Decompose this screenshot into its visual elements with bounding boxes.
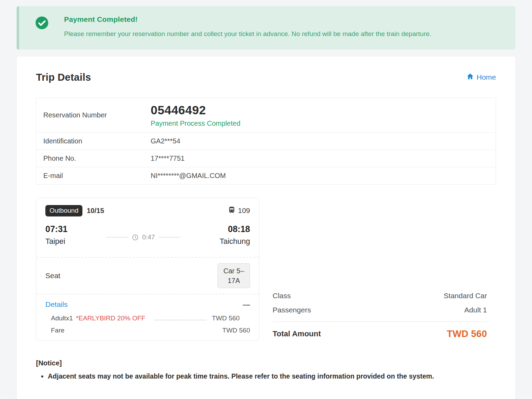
home-icon [467,73,474,82]
divider [273,321,487,322]
departure-time: 07:31 [45,224,68,234]
reservation-number-value: 05446492 [151,103,240,117]
banner-text: Payment Completed! Please remember your … [64,15,431,40]
total-amount-value: TWD 560 [447,328,487,340]
fare-amount: TWD 560 [222,326,250,335]
trip-card-header: Outbound 10/15 109 [36,198,259,216]
seat-row: Seat Car 5– 17A [36,258,259,294]
outbound-trip-card: Outbound 10/15 109 07:31 Taipei [36,198,259,341]
fare-summary: Class Standard Car Passengers Adult 1 To… [273,291,496,341]
phone-label: Phone No. [36,150,151,167]
class-label: Class [273,291,291,301]
home-label: Home [477,73,496,81]
passengers-row: Passengers Adult 1 [273,305,487,315]
total-amount-row: Total Amount TWD 560 [273,328,487,340]
train-number: 109 [238,206,250,215]
payment-success-banner: Payment Completed! Please remember your … [17,6,515,50]
identification-value: GA2***54 [151,133,180,150]
fare-amount: TWD 560 [212,314,240,323]
table-row-email: E-mail NI********@GMAIL.COM [36,167,496,184]
seat-chip[interactable]: Car 5– 17A [218,263,250,288]
table-row-phone: Phone No. 17****7751 [36,150,496,167]
notice-item: Adjacent seats may not be available for … [48,371,463,382]
seat-number: 17A [222,276,245,285]
notice-list: Adjacent seats may not be available for … [48,371,496,382]
seat-label: Seat [45,272,60,280]
trip-duration: 0:47 [142,233,155,241]
reservation-number-cell: 05446492 Payment Process Completed [151,98,240,132]
reservation-number-label: Reservation Number [36,98,151,132]
class-row: Class Standard Car [273,291,487,301]
fare-promo-label: *EARLYBIRD 20% OFF [76,314,145,323]
fare-details: Details — Adultx1 *EARLYBIRD 20% OFF TWD… [36,294,259,340]
passengers-value: Adult 1 [464,305,487,315]
fare-label: Fare [51,326,64,335]
home-link[interactable]: Home [467,73,496,82]
arrival-time: 08:18 [220,224,250,234]
identification-label: Identification [36,133,151,150]
route: 07:31 Taipei 0:47 08:18 [36,216,259,257]
departure: 07:31 Taipei [45,224,68,246]
arrival-station: Taichung [220,237,250,246]
clock-icon [132,234,139,241]
duration-indicator: 0:47 [106,233,180,241]
arrival: 08:18 Taichung [220,224,250,246]
details-header: Details — [45,300,250,309]
route-line-left [106,237,128,238]
notice-section: [Notice] Adjacent seats may not be avail… [36,358,496,382]
phone-value: 17****7751 [151,150,185,167]
table-row-identification: Identification GA2***54 [36,133,496,150]
route-line-right [158,237,180,238]
notice-title: [Notice] [36,358,496,368]
page-title: Trip Details [36,72,91,83]
table-row-reservation-number: Reservation Number 05446492 Payment Proc… [36,98,496,133]
trip-date: 10/15 [87,207,104,215]
card-header: Trip Details Home [36,72,496,83]
trip-details-card: Trip Details Home Reservation Number 054… [17,56,515,399]
trip-direction-date: Outbound 10/15 [45,205,104,216]
payment-status: Payment Process Completed [151,119,240,127]
check-circle-icon [35,16,49,31]
passengers-label: Passengers [273,305,311,315]
fare-row-adult: Adultx1 *EARLYBIRD 20% OFF TWD 560 [45,314,250,323]
fare-passenger-label: Adultx1 [51,314,73,323]
details-link[interactable]: Details [45,300,68,309]
email-label: E-mail [36,167,151,184]
email-value: NI********@GMAIL.COM [151,167,226,184]
total-amount-label: Total Amount [273,328,321,340]
banner-message: Please remember your reservation number … [64,28,431,40]
seat-car: Car 5– [222,266,245,276]
fare-row-total: Fare TWD 560 [45,326,250,335]
collapse-toggle[interactable]: — [243,300,250,309]
class-value: Standard Car [444,291,487,301]
train-info: 109 [228,206,250,215]
train-icon [228,206,236,215]
trip-section: Outbound 10/15 109 07:31 Taipei [36,198,496,341]
reservation-info-table: Reservation Number 05446492 Payment Proc… [36,98,496,185]
banner-title: Payment Completed! [64,15,431,24]
direction-badge: Outbound [45,205,82,216]
departure-station: Taipei [45,237,68,246]
dotted-leader [154,320,206,320]
